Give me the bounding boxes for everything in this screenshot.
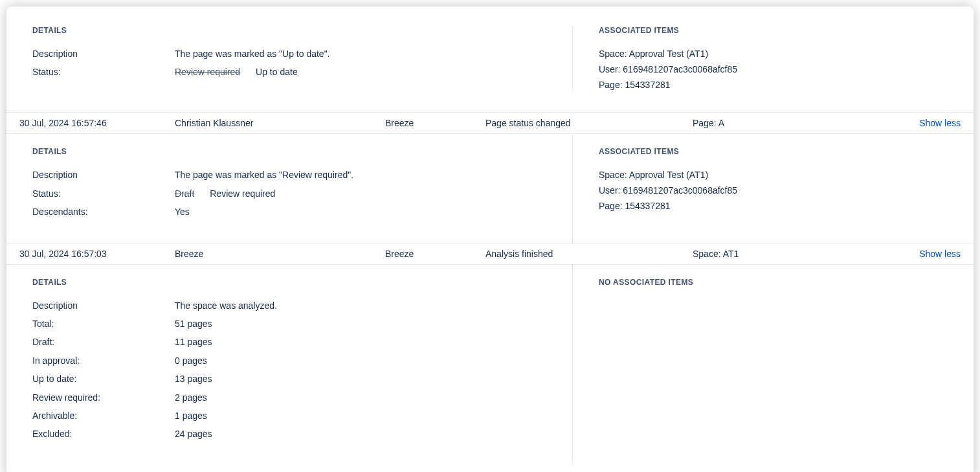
details-heading: DETAILS xyxy=(32,278,572,287)
activity-detail-0: DETAILS Description The page was marked … xyxy=(6,13,974,112)
detail-value: 51 pages xyxy=(175,317,572,331)
detail-value: Review required Up to date xyxy=(175,65,573,79)
status-old: Draft xyxy=(175,188,194,199)
detail-value: Draft Review required xyxy=(175,186,572,201)
associated-items-column: ASSOCIATED ITEMS Space: Approval Test (A… xyxy=(573,134,974,242)
detail-key: Up to date: xyxy=(32,372,175,386)
detail-key: Description xyxy=(32,47,175,61)
summary-action: Page status changed xyxy=(485,118,693,128)
detail-value: 11 pages xyxy=(175,335,572,349)
activity-summary-row[interactable]: 30 Jul, 2024 16:57:46 Christian Klaussne… xyxy=(6,112,974,134)
detail-value: The space was analyzed. xyxy=(175,298,572,313)
detail-row-description: Description The space was analyzed. xyxy=(32,298,572,313)
detail-key: Total: xyxy=(32,317,175,331)
detail-row-total: Total: 51 pages xyxy=(32,317,572,331)
assoc-user: User: 6169481207ac3c0068afcf85 xyxy=(599,183,961,199)
summary-ref: Space: AT1 xyxy=(693,249,902,259)
associated-items-column: ASSOCIATED ITEMS Space: Approval Test (A… xyxy=(573,13,974,112)
summary-toggle-cell: Show less xyxy=(902,249,961,259)
status-new: Review required xyxy=(210,188,275,199)
associated-items-heading: ASSOCIATED ITEMS xyxy=(599,26,961,35)
assoc-page: Page: 154337281 xyxy=(599,199,961,214)
activity-details-column: DETAILS Description The space was analyz… xyxy=(6,265,573,465)
detail-key: Review required: xyxy=(32,390,175,405)
detail-row-descendants: Descendants: Yes xyxy=(32,205,572,219)
summary-toggle-cell: Show less xyxy=(902,118,961,128)
detail-row-up-to-date: Up to date: 13 pages xyxy=(32,372,572,386)
detail-row-in-approval: In approval: 0 pages xyxy=(32,354,572,368)
summary-date: 30 Jul, 2024 16:57:46 xyxy=(19,118,175,128)
detail-key: Draft: xyxy=(32,335,175,349)
detail-row-status: Status: Review required Up to date xyxy=(32,65,573,79)
detail-value: 24 pages xyxy=(175,427,572,441)
activity-details-column: DETAILS Description The page was marked … xyxy=(6,13,573,112)
detail-row-description: Description The page was marked as "Up t… xyxy=(32,47,573,61)
detail-row-archivable: Archivable: 1 pages xyxy=(32,409,572,423)
detail-value: 1 pages xyxy=(175,409,572,423)
summary-action: Analysis finished xyxy=(485,249,693,259)
status-old: Review required xyxy=(175,67,240,77)
detail-value: The page was marked as "Up to date". xyxy=(175,47,573,61)
detail-value: The page was marked as "Review required"… xyxy=(175,168,572,182)
summary-app: Breeze xyxy=(385,249,485,259)
summary-user: Christian Klaussner xyxy=(175,118,385,128)
assoc-user: User: 6169481207ac3c0068afcf85 xyxy=(599,62,961,78)
activity-log-card: DETAILS Description The page was marked … xyxy=(6,6,974,472)
detail-key: Descendants: xyxy=(32,205,175,219)
summary-date: 30 Jul, 2024 16:57:03 xyxy=(19,249,175,259)
detail-row-status: Status: Draft Review required xyxy=(32,186,572,201)
detail-row-description: Description The page was marked as "Revi… xyxy=(32,168,572,182)
associated-items-heading: ASSOCIATED ITEMS xyxy=(599,147,961,156)
detail-value: 13 pages xyxy=(175,372,572,386)
summary-user: Breeze xyxy=(175,249,385,259)
detail-row-review-required: Review required: 2 pages xyxy=(32,390,572,405)
detail-key: Status: xyxy=(32,65,175,79)
detail-value: 0 pages xyxy=(175,354,572,368)
details-heading: DETAILS xyxy=(32,147,572,156)
activity-summary-row[interactable]: 30 Jul, 2024 16:57:03 Breeze Breeze Anal… xyxy=(6,243,974,265)
summary-ref: Page: A xyxy=(693,118,902,128)
detail-value: Yes xyxy=(175,205,572,219)
detail-row-draft: Draft: 11 pages xyxy=(32,335,572,349)
activity-detail-2: DETAILS Description The space was analyz… xyxy=(6,265,974,465)
detail-row-excluded: Excluded: 24 pages xyxy=(32,427,572,441)
activity-details-column: DETAILS Description The page was marked … xyxy=(6,134,573,242)
detail-key: Excluded: xyxy=(32,427,175,441)
associated-items-column: NO ASSOCIATED ITEMS xyxy=(573,265,974,465)
assoc-space: Space: Approval Test (AT1) xyxy=(599,168,961,183)
no-associated-items-heading: NO ASSOCIATED ITEMS xyxy=(599,278,961,287)
detail-value: 2 pages xyxy=(175,390,572,405)
detail-key: Status: xyxy=(32,186,175,201)
status-new: Up to date xyxy=(256,67,298,77)
detail-key: In approval: xyxy=(32,354,175,368)
assoc-space: Space: Approval Test (AT1) xyxy=(599,47,961,62)
detail-key: Description xyxy=(32,168,175,182)
show-less-link[interactable]: Show less xyxy=(919,249,961,259)
show-less-link[interactable]: Show less xyxy=(919,118,961,128)
assoc-page: Page: 154337281 xyxy=(599,78,961,93)
detail-key: Description xyxy=(32,298,175,313)
summary-app: Breeze xyxy=(385,118,485,128)
details-heading: DETAILS xyxy=(32,26,573,35)
detail-key: Archivable: xyxy=(32,409,175,423)
activity-detail-1: DETAILS Description The page was marked … xyxy=(6,134,974,242)
